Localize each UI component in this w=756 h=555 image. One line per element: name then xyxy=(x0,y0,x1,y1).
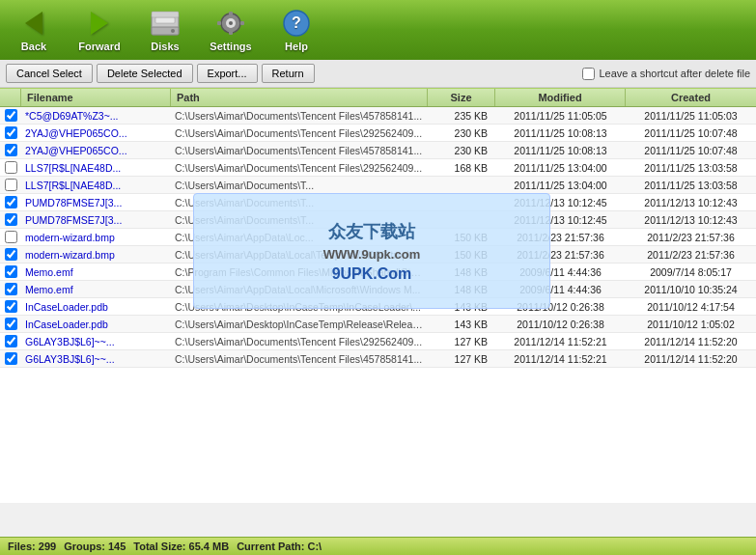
return-button[interactable]: Return xyxy=(262,64,315,83)
row-checkbox-10[interactable] xyxy=(5,283,17,295)
row-checkbox-cell xyxy=(0,298,21,315)
row-checkbox-11[interactable] xyxy=(5,300,17,313)
table-row: LLS7[R$L[NAE48D... C:\Users\Aimar\Docume… xyxy=(0,177,756,194)
row-created-3: 2011/11/25 13:03:58 xyxy=(626,160,756,176)
table-row: modern-wizard.bmp C:\Users\Aimar\AppData… xyxy=(0,229,756,246)
row-created-0: 2011/11/25 11:05:03 xyxy=(626,108,756,124)
row-size-13: 127 KB xyxy=(428,334,495,349)
row-checkbox-0[interactable] xyxy=(5,109,17,122)
row-path-4: C:\Users\Aimar\Documents\T... xyxy=(171,178,428,193)
row-created-11: 2011/10/12 4:17:54 xyxy=(626,299,756,315)
row-checkbox-14[interactable] xyxy=(5,352,17,365)
row-checkbox-12[interactable] xyxy=(5,318,17,330)
disks-button[interactable]: Disks xyxy=(141,10,189,52)
cancel-select-button[interactable]: Cancel Select xyxy=(6,64,93,83)
row-checkbox-cell xyxy=(0,125,21,141)
row-modified-8: 2011/2/23 21:57:36 xyxy=(495,247,626,263)
row-path-9: C:\Program Files\Common Files\Microsoft … xyxy=(171,264,428,280)
forward-button[interactable]: Forward xyxy=(75,6,124,52)
svg-rect-9 xyxy=(229,31,233,35)
back-button[interactable]: Back xyxy=(10,6,58,52)
export-button[interactable]: Export... xyxy=(197,64,258,83)
table-body: *C5@D69AT%Z3~... C:\Users\Aimar\Document… xyxy=(0,107,756,503)
row-modified-12: 2011/10/12 0:26:38 xyxy=(495,317,626,332)
row-path-10: C:\Users\Aimar\AppData\Local\Microsoft\W… xyxy=(171,282,428,297)
row-modified-6: 2011/12/13 10:12:45 xyxy=(495,212,626,228)
row-filename-11: InCaseLoader.pdb xyxy=(21,299,171,315)
row-created-12: 2011/10/12 1:05:02 xyxy=(626,317,756,332)
row-checkbox-2[interactable] xyxy=(5,144,17,156)
row-path-0: C:\Users\Aimar\Documents\Tencent Files\4… xyxy=(171,108,428,124)
row-path-7: C:\Users\Aimar\AppData\Loc... xyxy=(171,230,428,245)
row-modified-9: 2009/6/11 4:44:36 xyxy=(495,264,626,280)
row-checkbox-8[interactable] xyxy=(5,248,17,261)
row-checkbox-6[interactable] xyxy=(5,213,17,226)
row-path-14: C:\Users\Aimar\Documents\Tencent Files\4… xyxy=(171,351,428,367)
row-size-10: 148 KB xyxy=(428,282,495,297)
settings-button[interactable]: Settings xyxy=(207,6,255,52)
svg-rect-4 xyxy=(152,12,179,17)
row-checkbox-13[interactable] xyxy=(5,335,17,347)
leave-shortcut-label: Leave a shortcut after delete file xyxy=(582,68,750,80)
status-groups: Groups: 145 xyxy=(64,541,126,552)
svg-rect-11 xyxy=(240,21,244,25)
row-created-8: 2011/2/23 21:57:36 xyxy=(626,247,756,263)
action-bar: Cancel Select Delete Selected Export... … xyxy=(0,60,756,88)
row-checkbox-1[interactable] xyxy=(5,126,17,139)
status-current-path: Current Path: C:\ xyxy=(237,541,322,552)
row-modified-4: 2011/11/25 13:04:00 xyxy=(495,178,626,193)
row-checkbox-cell xyxy=(0,159,21,176)
col-header-created[interactable]: Created xyxy=(626,89,756,106)
table-row: Memo.emf C:\Users\Aimar\AppData\Local\Mi… xyxy=(0,281,756,298)
disks-icon xyxy=(147,10,183,41)
row-checkbox-4[interactable] xyxy=(5,179,17,191)
table-row: PUMD78FMSE7J[3... C:\Users\Aimar\Documen… xyxy=(0,194,756,211)
row-created-10: 2011/10/10 10:35:24 xyxy=(626,282,756,297)
table-row: 2YAJ@VHEP065CO... C:\Users\Aimar\Documen… xyxy=(0,125,756,142)
row-checkbox-cell xyxy=(0,281,21,297)
row-filename-13: G6LAY3BJ$L6]~~... xyxy=(21,334,171,349)
row-modified-11: 2011/10/12 0:26:38 xyxy=(495,299,626,315)
delete-selected-button[interactable]: Delete Selected xyxy=(97,64,193,83)
row-checkbox-cell xyxy=(0,177,21,193)
row-created-2: 2011/11/25 10:07:48 xyxy=(626,143,756,158)
toolbar: Back Forward Disks xyxy=(0,0,756,60)
status-files: Files: 299 xyxy=(8,541,56,552)
row-created-14: 2011/12/14 11:52:20 xyxy=(626,351,756,367)
table-header: Filename Path Size Modified Created xyxy=(0,88,756,107)
row-filename-5: PUMD78FMSE7J[3... xyxy=(21,195,171,210)
row-checkbox-3[interactable] xyxy=(5,161,17,174)
row-filename-4: LLS7[R$L[NAE48D... xyxy=(21,178,171,193)
row-checkbox-9[interactable] xyxy=(5,265,17,278)
col-header-size[interactable]: Size xyxy=(428,89,495,106)
row-filename-6: PUMD78FMSE7J[3... xyxy=(21,212,171,228)
back-icon xyxy=(14,6,53,41)
row-created-13: 2011/12/14 11:52:20 xyxy=(626,334,756,349)
col-header-modified[interactable]: Modified xyxy=(495,89,626,106)
row-created-6: 2011/12/13 10:12:43 xyxy=(626,212,756,228)
row-size-6 xyxy=(428,218,495,222)
leave-shortcut-checkbox[interactable] xyxy=(582,68,595,80)
row-size-2: 230 KB xyxy=(428,143,495,158)
table-row: InCaseLoader.pdb C:\Users\Aimar\Desktop\… xyxy=(0,316,756,333)
col-header-path[interactable]: Path xyxy=(171,89,428,106)
settings-icon xyxy=(211,6,250,41)
row-filename-10: Memo.emf xyxy=(21,282,171,297)
table-row: Memo.emf C:\Program Files\Common Files\M… xyxy=(0,264,756,281)
col-header-filename[interactable]: Filename xyxy=(21,89,171,106)
help-button[interactable]: ? Help xyxy=(272,6,321,52)
row-modified-2: 2011/11/25 10:08:13 xyxy=(495,143,626,158)
table-row: G6LAY3BJ$L6]~~... C:\Users\Aimar\Documen… xyxy=(0,350,756,368)
row-size-14: 127 KB xyxy=(428,351,495,367)
row-size-4 xyxy=(428,183,495,187)
svg-point-7 xyxy=(229,21,233,25)
row-size-9: 148 KB xyxy=(428,264,495,280)
row-checkbox-cell xyxy=(0,264,21,280)
row-checkbox-5[interactable] xyxy=(5,196,17,208)
row-path-5: C:\Users\Aimar\Documents\T... xyxy=(171,195,428,210)
row-checkbox-7[interactable] xyxy=(5,231,17,243)
row-size-1: 230 KB xyxy=(428,125,495,141)
col-header-checkbox xyxy=(0,89,21,106)
row-path-13: C:\Users\Aimar\Documents\Tencent Files\2… xyxy=(171,334,428,349)
forward-icon xyxy=(80,6,119,41)
